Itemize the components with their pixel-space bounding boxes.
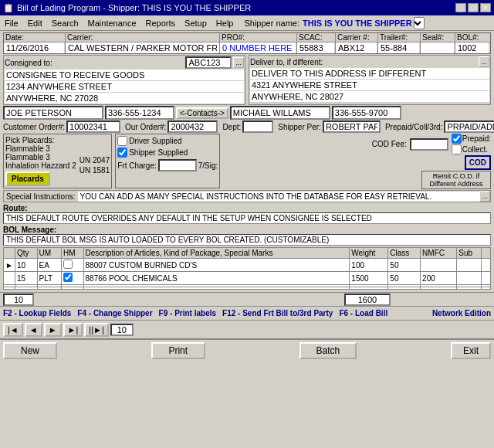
order-row: Customer Order#: Our Order#: Dept: Shipp… <box>3 120 491 133</box>
total-row <box>0 292 494 306</box>
bol-label: BOL#: <box>455 33 490 42</box>
deliver-line1-input[interactable] <box>250 68 489 80</box>
prepaid-checkbox[interactable] <box>452 134 462 144</box>
deliver-to-label: Deliver to, if different: <box>250 58 323 66</box>
maximize-button[interactable]: □ <box>468 3 479 12</box>
customer-order-input[interactable] <box>66 120 120 133</box>
nav-last-button[interactable]: ||►| <box>84 323 108 337</box>
cod-box: COD <box>465 155 491 170</box>
deliver-ellipsis-button[interactable]: ... <box>479 56 489 67</box>
left-phone-input[interactable] <box>105 106 174 120</box>
contacts-button[interactable]: <-Contacts-> <box>176 107 228 119</box>
minimize-button[interactable]: _ <box>455 3 466 12</box>
status-f12: F12 - Send Frt Bill to/3rd Party <box>222 309 333 317</box>
nav-next-button[interactable]: ►| <box>63 323 83 337</box>
table-row[interactable]: 15 PLT 88766 POOL CHEMICALS 1500 50 200 <box>4 272 491 285</box>
nav-prev-button[interactable]: ◄ <box>25 323 42 337</box>
deliver-line3-input[interactable] <box>250 91 489 102</box>
menu-reports[interactable]: Reports <box>141 18 181 29</box>
our-order-input[interactable] <box>167 120 218 133</box>
close-button[interactable]: × <box>480 3 491 12</box>
un-2047: UN 2047 <box>80 156 110 165</box>
consigned-to-label: Consigned to: <box>5 59 52 67</box>
menu-file[interactable]: File <box>0 18 23 29</box>
shipper-supplied-checkbox[interactable] <box>117 148 127 158</box>
row-hm-checkbox[interactable] <box>63 260 73 269</box>
bol-message-label: BOL Message: <box>3 226 56 234</box>
carrier-num-input[interactable] <box>336 42 377 53</box>
cod-fee-input[interactable] <box>410 138 448 151</box>
collect-check-label: Collect. <box>462 145 488 154</box>
right-phone-input[interactable] <box>332 106 401 120</box>
print-button[interactable]: Print <box>151 342 205 359</box>
app-icon: 📋 <box>3 3 14 13</box>
row-description: 88766 POOL CHEMICALS <box>83 272 350 285</box>
trailer-input[interactable] <box>378 42 419 53</box>
seal-input[interactable] <box>421 42 454 53</box>
carrier-input[interactable] <box>66 42 219 53</box>
batch-button[interactable]: Batch <box>299 342 357 359</box>
date-input[interactable] <box>4 42 64 53</box>
placard-item-3: Inhalation Hazzard 2 <box>5 161 76 170</box>
row-qty: 15 <box>15 272 37 285</box>
total-count-input[interactable] <box>3 294 34 306</box>
nav-play-button[interactable]: ► <box>44 323 62 337</box>
consigned-ellipsis-button[interactable]: ... <box>233 57 244 68</box>
carrier-label: Carrier: <box>66 33 219 42</box>
shipper-dropdown[interactable] <box>414 17 425 29</box>
placards-area: Pick Placards: Flammable 3 Flammable 3 I… <box>3 134 370 188</box>
menu-setup[interactable]: Setup <box>180 18 211 29</box>
col-class: Class <box>388 248 421 259</box>
collect-checkbox[interactable] <box>452 144 462 154</box>
sig-label: 7/Sig: <box>198 161 218 170</box>
driver-supplied-label: Driver Supplied <box>129 137 181 145</box>
left-contact-input[interactable] <box>3 106 103 120</box>
route-text: THIS DEFAULT ROUTE OVERRIDES ANY DEFAULT… <box>3 212 491 224</box>
trailer-label: Trailer#: <box>378 33 420 42</box>
seal-label: Seal#: <box>421 33 455 42</box>
menu-maintenance[interactable]: Maintenance <box>83 18 141 29</box>
new-button[interactable]: New <box>3 342 57 359</box>
status-f6: F6 - Load Bill <box>339 309 387 317</box>
col-weight: Weight <box>350 248 388 259</box>
consigned-line3-input[interactable] <box>5 93 244 104</box>
driver-supplied-checkbox[interactable] <box>117 136 127 146</box>
shipper-name-label: Shipper name: <box>244 19 299 28</box>
right-contact-input[interactable] <box>230 106 330 120</box>
row-hm-checkbox[interactable] <box>63 273 73 282</box>
total-weight-input[interactable] <box>344 294 391 306</box>
menu-search[interactable]: Search <box>47 18 83 29</box>
customer-order-label: Customer Order#: <box>3 123 65 131</box>
consigned-line1-input[interactable] <box>5 70 244 81</box>
nav-first-button[interactable]: |◄ <box>3 323 23 337</box>
row-weight: 100 <box>350 259 388 272</box>
placards-button[interactable]: Placards <box>5 171 50 186</box>
special-instructions-ellipsis[interactable]: ... <box>479 191 490 202</box>
dept-label: Dept: <box>222 123 241 131</box>
nav-count-input[interactable] <box>110 324 134 336</box>
exit-button[interactable]: Exit <box>451 342 491 359</box>
deliver-line2-input[interactable] <box>250 80 489 91</box>
prepaid-input[interactable] <box>444 120 494 133</box>
dept-input[interactable] <box>242 120 273 133</box>
scac-input[interactable] <box>297 42 334 53</box>
menu-edit[interactable]: Edit <box>23 18 47 29</box>
status-f9: F9 - Print labels <box>159 309 216 317</box>
route-label: Route: <box>3 204 28 212</box>
col-arrow <box>4 248 15 259</box>
un-1581: UN 1581 <box>80 166 110 175</box>
consigned-code-input[interactable] <box>185 56 232 69</box>
table-row[interactable]: ► 10 EA 88007 CUSTOM BURNED CD'S 100 50 <box>4 259 491 272</box>
menu-help[interactable]: Help <box>211 18 239 29</box>
consigned-line2-input[interactable] <box>5 81 244 93</box>
bol-input[interactable] <box>455 42 489 53</box>
row-um: EA <box>37 259 61 272</box>
carrier-num-label: Carrier #: <box>336 33 377 42</box>
shipper-per-input[interactable] <box>323 120 381 133</box>
status-bar: F2 - Lookup Fields F4 - Change Shipper F… <box>0 306 494 320</box>
shipper-per-label: Shipper Per: <box>278 123 321 131</box>
col-description: Description of Articles, Kind of Package… <box>83 248 350 259</box>
pro-input[interactable] <box>220 42 296 53</box>
frt-charge-input[interactable] <box>158 159 197 171</box>
row-hm <box>61 259 83 272</box>
